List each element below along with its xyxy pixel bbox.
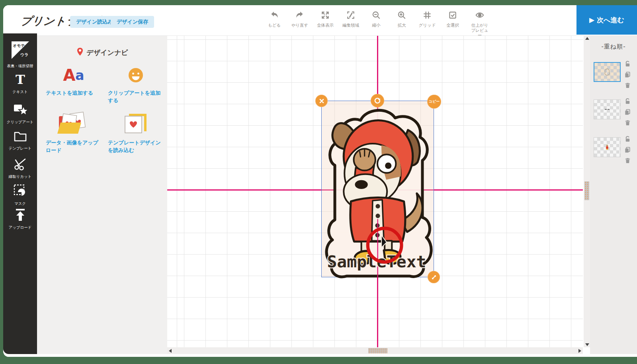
edit-area-icon	[346, 10, 356, 23]
header-bar: プリントライダー デザイン読込み デザイン保存 もどる やり直す 全体表示 編集…	[3, 5, 637, 36]
load-template-icon	[108, 111, 164, 135]
sidebar-item-template[interactable]: テンプレート	[3, 130, 37, 151]
lock-icon[interactable]	[624, 136, 631, 144]
design-save-button[interactable]: デザイン保存	[111, 16, 154, 28]
sidebar-item-label: マスク	[14, 201, 26, 206]
sidebar-item-label: 表裏・場所切替	[7, 64, 33, 69]
trash-icon[interactable]	[624, 157, 631, 165]
mask-icon	[13, 184, 27, 200]
front-back-switch-icon: オモテ ウラ	[10, 40, 31, 62]
scroll-right-arrow[interactable]	[578, 349, 581, 353]
delete-handle[interactable]	[315, 95, 328, 107]
sidebar-item-label: アップロード	[8, 225, 31, 230]
zoom-out-button[interactable]: 縮小	[366, 10, 387, 38]
grid-toggle-button[interactable]: グリッド	[417, 10, 438, 38]
add-clipart-icon	[108, 65, 164, 86]
duplicate-icon[interactable]	[624, 146, 631, 155]
canvas-vertical-scrollbar[interactable]	[584, 36, 590, 347]
trash-icon[interactable]	[624, 119, 631, 128]
add-text-icon: Aa	[46, 65, 102, 86]
finish-preview-button[interactable]: 仕上がりプレビュー	[468, 10, 492, 38]
design-navi-panel: デザインナビ Aa テキストを追加する クリップアートを追加する	[37, 36, 167, 355]
edit-area-button[interactable]: 編集領域	[340, 10, 361, 38]
tool-label: 全選択	[446, 23, 459, 28]
scroll-down-arrow[interactable]	[585, 343, 589, 346]
app-window: プリントライダー デザイン読込み デザイン保存 もどる やり直す 全体表示 編集…	[3, 5, 637, 357]
scroll-up-arrow[interactable]	[585, 37, 589, 40]
sidebar-item-label: テンプレート	[8, 146, 31, 151]
layer-dog-mark	[605, 144, 609, 150]
lock-icon[interactable]	[624, 98, 631, 106]
sticker-selection-box[interactable]: SampleText	[321, 101, 434, 277]
lock-icon[interactable]	[624, 60, 631, 69]
rotate-handle[interactable]	[371, 94, 384, 107]
trash-icon[interactable]	[624, 82, 631, 90]
navi-item-label: テキストを追加する	[46, 90, 102, 97]
tool-label: やり直す	[291, 23, 309, 28]
sidebar-item-label: クリップアート	[7, 120, 34, 125]
upload-data-item[interactable]: データ・画像をアップロード	[46, 111, 102, 154]
redo-button[interactable]: やり直す	[289, 10, 310, 38]
design-canvas[interactable]: SampleText コピー	[167, 36, 583, 347]
horizontal-scroll-thumb[interactable]	[368, 348, 387, 353]
layers-panel: -重ね順-	[590, 36, 637, 355]
grid-icon	[422, 10, 432, 23]
tool-label: もどる	[268, 23, 281, 28]
clipart-icon	[13, 103, 28, 118]
layer-row	[590, 99, 637, 136]
layer-text-mark	[604, 108, 610, 111]
layer-row	[590, 62, 637, 99]
rotate-icon	[374, 97, 381, 104]
scroll-left-arrow[interactable]	[169, 349, 172, 353]
folder-icon	[13, 130, 27, 144]
preview-eye-icon	[475, 10, 485, 23]
tool-label: 縮小	[372, 23, 381, 28]
zoom-out-icon	[371, 10, 381, 23]
layer-thumbnail-text[interactable]	[594, 99, 621, 119]
add-clipart-item[interactable]: クリップアートを追加する	[108, 65, 164, 105]
sidebar-item-outline-cut[interactable]: 縁取りカット	[3, 158, 37, 179]
canvas-horizontal-scrollbar[interactable]	[167, 347, 583, 354]
resize-handle[interactable]	[428, 271, 440, 283]
layer-thumbnail-background[interactable]	[594, 62, 621, 82]
add-text-item[interactable]: Aa テキストを追加する	[46, 65, 102, 97]
sidebar-item-side-switch[interactable]: オモテ ウラ 表裏・場所切替	[3, 40, 37, 69]
sidebar-item-text[interactable]: T テキスト	[3, 73, 37, 95]
svg-text:オモテ: オモテ	[13, 43, 25, 48]
upload-icon	[14, 208, 27, 224]
zoom-in-button[interactable]: 拡大	[391, 10, 412, 38]
fit-view-button[interactable]: 全体表示	[315, 10, 336, 38]
copy-handle[interactable]: コピー	[427, 95, 441, 109]
pin-icon	[76, 47, 84, 56]
undo-button[interactable]: もどる	[264, 10, 285, 38]
design-navi-title: デザインナビ	[37, 47, 167, 57]
select-all-button[interactable]: 全選択	[442, 10, 463, 38]
sidebar-item-clipart[interactable]: クリップアート	[3, 103, 37, 125]
sidebar-item-upload[interactable]: アップロード	[3, 208, 37, 230]
load-template-item[interactable]: テンプレートデザインを読み込む	[108, 111, 164, 154]
layers-panel-title: -重ね順-	[590, 43, 637, 51]
duplicate-icon[interactable]	[624, 71, 631, 80]
navi-item-label: クリップアートを追加する	[108, 90, 164, 105]
layer-thumbnail-dog[interactable]	[594, 137, 621, 157]
vertical-scroll-thumb[interactable]	[584, 181, 589, 200]
sidebar-item-label: テキスト	[12, 90, 28, 95]
tool-label: グリッド	[419, 23, 436, 28]
layer-row	[590, 137, 637, 174]
left-sidebar: オモテ ウラ 表裏・場所切替 T テキスト クリップアート テンプレート	[3, 33, 37, 354]
sidebar-item-label: 縁取りカット	[9, 174, 32, 179]
select-all-icon	[448, 10, 457, 23]
toolbar: もどる やり直す 全体表示 編集領域 縮小 拡大	[264, 10, 492, 38]
fit-view-icon	[320, 10, 330, 23]
upload-data-icon	[46, 111, 102, 135]
duplicate-icon[interactable]	[624, 109, 631, 117]
zoom-in-icon	[397, 10, 406, 23]
sticker-artwork: SampleText	[321, 100, 435, 278]
copy-handle-label: コピー	[429, 99, 440, 104]
undo-icon	[270, 10, 279, 23]
text-tool-icon: T	[14, 73, 27, 88]
close-icon	[319, 98, 324, 104]
sidebar-item-mask[interactable]: マスク	[3, 184, 37, 206]
next-step-button[interactable]: ▶ 次へ進む	[576, 5, 637, 35]
svg-text:T: T	[16, 73, 25, 86]
